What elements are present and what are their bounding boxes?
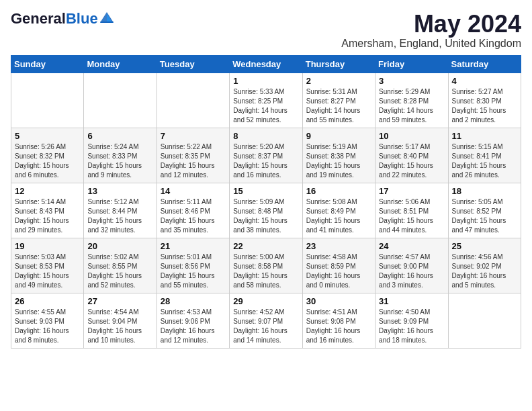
cell-content: Sunrise: 5:05 AMSunset: 8:52 PMDaylight:… [452, 197, 517, 235]
cell-line: Sunset: 8:40 PM [379, 152, 444, 161]
calendar-cell: 23Sunrise: 4:58 AMSunset: 8:59 PMDayligh… [302, 238, 375, 293]
calendar-cell: 28Sunrise: 4:53 AMSunset: 9:06 PMDayligh… [157, 293, 229, 348]
cell-line: Sunset: 8:55 PM [87, 262, 152, 271]
calendar-cell [11, 73, 84, 128]
daylight-label: Daylight: 15 hours [87, 271, 152, 281]
daylight-minutes: and 49 minutes. [15, 281, 80, 290]
calendar-cell: 22Sunrise: 5:00 AMSunset: 8:58 PMDayligh… [230, 238, 302, 293]
cell-line: Sunset: 8:27 PM [306, 97, 371, 106]
cell-line: Sunset: 8:33 PM [87, 152, 152, 161]
calendar-cell: 15Sunrise: 5:09 AMSunset: 8:48 PMDayligh… [230, 183, 302, 238]
day-number: 18 [452, 186, 517, 196]
calendar-cell: 26Sunrise: 4:55 AMSunset: 9:03 PMDayligh… [11, 293, 84, 348]
logo-icon [99, 11, 114, 24]
page-header: GeneralBlue May 2024 Amersham, England, … [11, 11, 521, 50]
cell-content: Sunrise: 5:02 AMSunset: 8:55 PMDaylight:… [87, 253, 152, 290]
daylight-minutes: and 22 minutes. [379, 171, 444, 180]
daylight-minutes: and 55 minutes. [306, 116, 371, 125]
cell-line: Sunrise: 5:03 AM [15, 253, 80, 262]
weekday-header: Tuesday [157, 55, 229, 73]
cell-content: Sunrise: 5:06 AMSunset: 8:51 PMDaylight:… [379, 197, 444, 235]
day-number: 7 [161, 131, 226, 141]
daylight-minutes: and 9 minutes. [87, 171, 152, 180]
weekday-header: Sunday [11, 55, 84, 73]
cell-content: Sunrise: 5:22 AMSunset: 8:35 PMDaylight:… [161, 142, 226, 180]
calendar-week-row: 19Sunrise: 5:03 AMSunset: 8:53 PMDayligh… [11, 238, 521, 293]
day-number: 24 [379, 241, 444, 251]
calendar-cell: 16Sunrise: 5:08 AMSunset: 8:49 PMDayligh… [302, 183, 375, 238]
daylight-label: Daylight: 15 hours [379, 216, 444, 226]
daylight-label: Daylight: 14 hours [379, 106, 444, 116]
calendar-cell: 2Sunrise: 5:31 AMSunset: 8:27 PMDaylight… [302, 73, 375, 128]
day-number: 2 [306, 76, 371, 86]
cell-line: Sunset: 8:56 PM [161, 262, 226, 271]
cell-content: Sunrise: 4:57 AMSunset: 9:00 PMDaylight:… [379, 253, 444, 290]
daylight-minutes: and 5 minutes. [452, 281, 517, 290]
weekday-header: Thursday [302, 55, 375, 73]
cell-content: Sunrise: 5:14 AMSunset: 8:43 PMDaylight:… [15, 197, 80, 235]
cell-line: Sunrise: 5:02 AM [87, 253, 152, 262]
cell-line: Sunrise: 4:52 AM [233, 308, 298, 317]
daylight-label: Daylight: 15 hours [452, 161, 517, 171]
calendar-cell: 5Sunrise: 5:26 AMSunset: 8:32 PMDaylight… [11, 128, 84, 183]
daylight-minutes: and 0 minutes. [306, 281, 371, 290]
daylight-label: Daylight: 15 hours [306, 216, 371, 226]
cell-content: Sunrise: 5:19 AMSunset: 8:38 PMDaylight:… [306, 142, 371, 180]
daylight-minutes: and 3 minutes. [379, 281, 444, 290]
cell-line: Sunrise: 5:33 AM [233, 87, 298, 97]
daylight-label: Daylight: 15 hours [306, 161, 371, 171]
daylight-label: Daylight: 14 hours [233, 106, 298, 116]
day-number: 12 [15, 186, 80, 196]
daylight-label: Daylight: 15 hours [161, 161, 226, 171]
cell-line: Sunrise: 5:12 AM [87, 197, 152, 207]
weekday-header: Wednesday [230, 55, 302, 73]
cell-line: Sunrise: 4:51 AM [306, 308, 371, 317]
day-number: 29 [233, 296, 298, 306]
daylight-label: Daylight: 16 hours [233, 326, 298, 336]
cell-content: Sunrise: 5:15 AMSunset: 8:41 PMDaylight:… [452, 142, 517, 180]
cell-content: Sunrise: 4:52 AMSunset: 9:07 PMDaylight:… [233, 308, 298, 345]
calendar-cell [84, 73, 157, 128]
cell-content: Sunrise: 5:09 AMSunset: 8:48 PMDaylight:… [233, 197, 298, 235]
cell-content: Sunrise: 5:11 AMSunset: 8:46 PMDaylight:… [161, 197, 226, 235]
day-number: 21 [161, 241, 226, 251]
daylight-minutes: and 16 minutes. [306, 336, 371, 345]
daylight-label: Daylight: 14 hours [306, 106, 371, 116]
day-number: 16 [306, 186, 371, 196]
calendar-cell: 20Sunrise: 5:02 AMSunset: 8:55 PMDayligh… [84, 238, 157, 293]
calendar-cell: 17Sunrise: 5:06 AMSunset: 8:51 PMDayligh… [375, 183, 448, 238]
cell-line: Sunset: 8:49 PM [306, 207, 371, 216]
cell-line: Sunset: 8:53 PM [15, 262, 80, 271]
cell-line: Sunset: 8:28 PM [379, 97, 444, 106]
cell-line: Sunset: 8:48 PM [233, 207, 298, 216]
calendar-table: SundayMondayTuesdayWednesdayThursdayFrid… [11, 55, 521, 349]
daylight-minutes: and 58 minutes. [233, 281, 298, 290]
cell-line: Sunset: 9:00 PM [379, 262, 444, 271]
daylight-minutes: and 8 minutes. [15, 336, 80, 345]
daylight-label: Daylight: 15 hours [379, 161, 444, 171]
cell-content: Sunrise: 4:51 AMSunset: 9:08 PMDaylight:… [306, 308, 371, 345]
calendar-cell: 19Sunrise: 5:03 AMSunset: 8:53 PMDayligh… [11, 238, 84, 293]
calendar-week-row: 5Sunrise: 5:26 AMSunset: 8:32 PMDaylight… [11, 128, 521, 183]
cell-line: Sunrise: 5:14 AM [15, 197, 80, 207]
cell-line: Sunset: 9:04 PM [87, 317, 152, 326]
daylight-label: Daylight: 15 hours [15, 161, 80, 171]
calendar-cell: 12Sunrise: 5:14 AMSunset: 8:43 PMDayligh… [11, 183, 84, 238]
daylight-minutes: and 12 minutes. [161, 171, 226, 180]
cell-line: Sunrise: 5:22 AM [161, 142, 226, 152]
calendar-week-row: 1Sunrise: 5:33 AMSunset: 8:25 PMDaylight… [11, 73, 521, 128]
cell-content: Sunrise: 5:33 AMSunset: 8:25 PMDaylight:… [233, 87, 298, 125]
day-number: 30 [306, 296, 371, 306]
day-number: 19 [15, 241, 80, 251]
cell-line: Sunrise: 5:15 AM [452, 142, 517, 152]
cell-line: Sunrise: 5:27 AM [452, 87, 517, 97]
cell-line: Sunset: 8:32 PM [15, 152, 80, 161]
calendar-cell: 6Sunrise: 5:24 AMSunset: 8:33 PMDaylight… [84, 128, 157, 183]
cell-line: Sunrise: 5:01 AM [161, 253, 226, 262]
daylight-label: Daylight: 15 hours [87, 216, 152, 226]
day-number: 25 [452, 241, 517, 251]
logo-blue: Blue [66, 10, 98, 27]
cell-line: Sunrise: 5:00 AM [233, 253, 298, 262]
daylight-label: Daylight: 15 hours [15, 216, 80, 226]
cell-line: Sunset: 8:41 PM [452, 152, 517, 161]
